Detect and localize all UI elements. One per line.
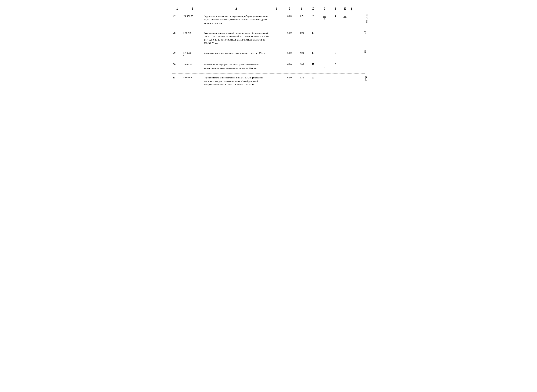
row-77-right-label: 805-5-5.86 xyxy=(366,14,368,23)
row-79-desc: Установка и монтаж выключателя автоматич… xyxy=(203,51,269,55)
row-79-right-label: - 565 - xyxy=(364,49,366,54)
row-79-num: 79 xyxy=(172,51,182,55)
col-1-header: 1 xyxy=(172,7,182,10)
row-79-col11: - 565 - xyxy=(350,51,357,52)
row-80-col10: — — xyxy=(340,62,350,69)
row-78-col11: А-7 xyxy=(350,31,357,32)
row-80-desc: Автомат одно- двухтрёхполюсный устанавли… xyxy=(203,62,269,70)
row-79-col8: — xyxy=(318,51,330,55)
row-81-col9: — xyxy=(330,76,340,80)
row-77-col9: 4 xyxy=(330,14,340,18)
row-77-col4 xyxy=(269,14,283,15)
row-78-unit: шт xyxy=(215,42,218,44)
row-80-col11 xyxy=(350,62,357,63)
table-row: 79 I5I7-I35I- 2 Установка и монтаж выклю… xyxy=(172,49,365,60)
row-81-col7: 20 xyxy=(308,76,318,80)
row-78-desc: Выключатель автоматический, число полюсо… xyxy=(203,31,269,45)
row-79-unit: шт xyxy=(264,52,266,54)
col-11-header: п.п. xyxy=(350,7,357,10)
row-81-col5: 6,00 xyxy=(283,76,296,80)
row-79-col4 xyxy=(269,51,283,52)
row-79-col10: — xyxy=(340,51,350,55)
table-row: 8I I504-64I0 Переключатель универсальный… xyxy=(172,74,365,90)
row-77-unit: шт xyxy=(219,22,222,24)
row-80-code: ЦВ-525-2 xyxy=(182,62,203,66)
col-8-header: 8 xyxy=(318,7,330,10)
row-78-col10: — xyxy=(340,31,350,35)
col-4-header: 4 xyxy=(269,7,283,10)
col-9-header: 9 xyxy=(330,7,340,10)
row-80-col4 xyxy=(269,62,283,63)
col-3-header: 3 xyxy=(203,7,269,10)
row-77-col7: 7 xyxy=(308,14,318,18)
row-81-desc: Переключатель универсальный типа УП-53I2… xyxy=(203,76,269,87)
row-77-col8: — 4 xyxy=(318,14,330,21)
row-77-col6: I,I9 xyxy=(296,14,308,18)
row-81-code: I504-64I0 xyxy=(182,76,203,79)
row-78-col7: I8 xyxy=(308,31,318,35)
page-container: 1 2 3 4 5 6 7 8 9 10 п.п. 77 ЦВ-574-55 П… xyxy=(172,7,365,90)
row-78-right-label: А-7 xyxy=(364,31,366,34)
row-77-code: ЦВ-574-55 xyxy=(182,14,203,18)
row-80-col9: 6 xyxy=(330,62,340,66)
row-81-col11: 9ᴸ/ɥ/9 xyxy=(350,76,357,76)
row-79-col7: I2 xyxy=(308,51,318,55)
row-79-code: I5I7-I35I- 2 xyxy=(182,51,203,58)
row-77-num: 77 xyxy=(172,14,182,18)
row-78-col6: 3,00 xyxy=(296,31,308,35)
row-77-col10: — — xyxy=(340,14,350,21)
row-81-right-label: 9ᴸ/ɥ/9 xyxy=(365,76,367,80)
row-77-col5: 6,00 xyxy=(283,14,296,18)
row-80-unit: шт xyxy=(254,67,257,69)
column-header-row: 1 2 3 4 5 6 7 8 9 10 п.п. xyxy=(172,7,365,11)
row-79-col6: 2,00 xyxy=(296,51,308,55)
row-80-num: 80 xyxy=(172,62,182,66)
col-5-header: 5 xyxy=(283,7,296,10)
row-80-col5: 6,00 xyxy=(283,62,296,66)
row-81-col8: — xyxy=(318,76,330,80)
row-81-unit: шт xyxy=(252,84,254,86)
row-81-col4 xyxy=(269,76,283,76)
row-78-col9: — xyxy=(330,31,340,35)
row-81-col6: 3,30 xyxy=(296,76,308,80)
row-81-num: 8I xyxy=(172,76,182,80)
table-row: 78 I504-I0I0 Выключатель автоматический,… xyxy=(172,29,365,49)
row-79-col9: ÷ xyxy=(330,51,340,55)
row-78-col8: — xyxy=(318,31,330,35)
col-7-header: 7 xyxy=(308,7,318,10)
row-78-code: I504-I0I0 xyxy=(182,31,203,35)
row-77-desc: Подготовка к включению аппаратов и прибо… xyxy=(203,14,269,25)
row-80-col6: 2,88 xyxy=(296,62,308,66)
row-81-col10: — xyxy=(340,76,350,80)
col-2-header: 2 xyxy=(182,7,203,10)
row-77-col11: 805-5-5.86 xyxy=(350,14,357,15)
col-10-header: 10 xyxy=(340,7,350,10)
row-80-col8: — 6 xyxy=(318,62,330,69)
row-78-col4 xyxy=(269,31,283,32)
row-78-num: 78 xyxy=(172,31,182,35)
row-80-col7: I7 xyxy=(308,62,318,66)
table-row: 80 ЦВ-525-2 Автомат одно- двухтрёхполюсн… xyxy=(172,60,365,74)
row-79-col5: 6,00 xyxy=(283,51,296,55)
row-78-col5: 6,00 xyxy=(283,31,296,35)
col-6-header: 6 xyxy=(296,7,308,10)
table-row: 77 ЦВ-574-55 Подготовка к включению аппа… xyxy=(172,12,365,29)
